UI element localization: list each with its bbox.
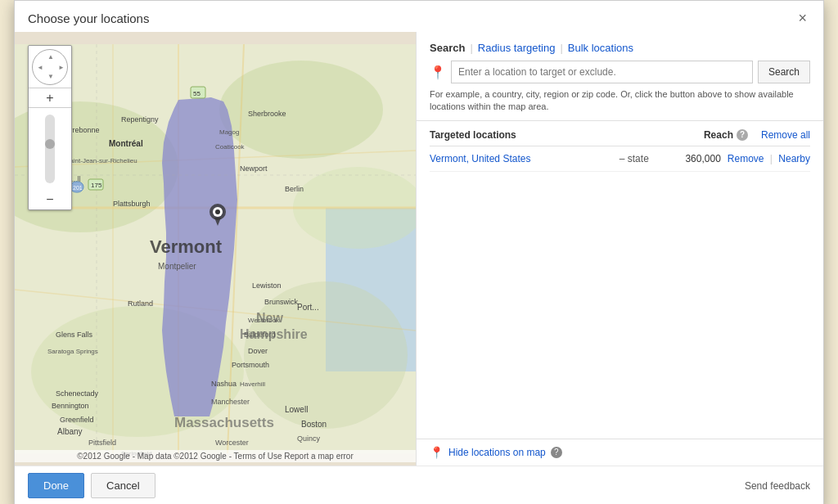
targeted-area: Targeted locations Reach ? Remove all Ve…	[417, 121, 823, 439]
targeted-header: Targeted locations Reach ? Remove all	[430, 121, 810, 146]
tab-sep-1: |	[470, 42, 472, 54]
tab-sep-2: |	[560, 42, 562, 54]
tab-bulk[interactable]: Bulk locations	[568, 42, 633, 54]
dialog-footer: Done Cancel Send feedback	[15, 466, 823, 504]
svg-text:Pittsfield: Pittsfield	[88, 439, 116, 447]
svg-text:Montréal: Montréal	[109, 139, 143, 148]
svg-text:Port...: Port...	[297, 303, 319, 312]
svg-text:►: ►	[58, 64, 65, 71]
svg-text:Magog: Magog	[219, 128, 239, 136]
hide-locations-control[interactable]: 📍 Hide locations on map ?	[430, 446, 562, 459]
svg-text:Lewiston: Lewiston	[252, 281, 282, 290]
svg-text:Sherbrooke: Sherbrooke	[248, 110, 286, 118]
location-search-input[interactable]	[451, 61, 753, 83]
dialog-title: Choose your locations	[28, 11, 149, 25]
svg-text:Schenectady: Schenectady	[56, 389, 99, 398]
tab-radius[interactable]: Radius targeting	[478, 42, 556, 54]
search-row: 📍 Search	[430, 61, 810, 83]
svg-text:Newport: Newport	[240, 164, 268, 173]
svg-text:Repentigny: Repentigny	[121, 115, 159, 124]
svg-text:Hampshire: Hampshire	[240, 327, 308, 341]
pin-icon: 📍	[430, 446, 444, 459]
zoom-controls: + −	[29, 88, 71, 209]
dialog-header: Choose your locations ×	[15, 1, 823, 32]
choose-locations-dialog: Choose your locations ×	[14, 0, 824, 504]
location-name-link[interactable]: Vermont, United States	[430, 153, 613, 164]
compass-ring: ▲ ▼ ◄ ►	[32, 49, 68, 85]
remove-all-link[interactable]: Remove all	[761, 129, 810, 141]
svg-text:Massachusetts: Massachusetts	[174, 415, 274, 430]
svg-text:Dover: Dover	[248, 347, 268, 355]
svg-text:▼: ▼	[47, 73, 54, 80]
location-pin-icon: 📍	[430, 65, 446, 80]
svg-text:Quincy: Quincy	[297, 434, 321, 443]
hide-help-icon[interactable]: ?	[551, 447, 562, 458]
tab-search[interactable]: Search	[430, 42, 465, 54]
svg-text:55: 55	[193, 90, 200, 97]
svg-text:Manchester: Manchester	[211, 398, 250, 406]
svg-text:Glens Falls: Glens Falls	[56, 331, 93, 339]
reach-column: Reach ?	[704, 129, 748, 141]
svg-text:Plattsburgh: Plattsburgh	[113, 200, 151, 208]
svg-text:Coaticook: Coaticook	[215, 143, 246, 151]
cancel-button[interactable]: Cancel	[91, 473, 155, 498]
svg-text:Bennington: Bennington	[52, 402, 89, 410]
svg-text:Albany: Albany	[57, 427, 83, 436]
location-type: – state	[619, 153, 649, 164]
close-button[interactable]: ×	[795, 11, 810, 25]
tabs-area: Search | Radius targeting | Bulk locatio…	[417, 32, 823, 121]
zoom-out-button[interactable]: −	[29, 190, 71, 209]
action-separator: |	[770, 153, 773, 164]
reach-help-icon[interactable]: ?	[737, 129, 748, 141]
svg-text:Greenfield: Greenfield	[60, 416, 94, 424]
svg-point-31	[215, 209, 220, 214]
map-attribution: ©2012 Google - Map data ©2012 Google - T…	[15, 450, 416, 462]
svg-text:Brunswick: Brunswick	[264, 298, 299, 306]
right-panel: Search | Radius targeting | Bulk locatio…	[416, 32, 823, 466]
svg-text:Rutland: Rutland	[128, 299, 153, 308]
map-panel: Repentigny Terrebonne Montréal Saint-Jea…	[15, 32, 416, 466]
svg-text:Haverhill: Haverhill	[240, 380, 265, 388]
svg-text:Milford: Milford	[142, 464, 161, 466]
svg-text:Berlin: Berlin	[285, 185, 304, 193]
bottom-bar: 📍 Hide locations on map ?	[417, 439, 823, 466]
zoom-slider[interactable]	[45, 115, 55, 183]
search-button[interactable]: Search	[758, 61, 810, 83]
dialog-body: Repentigny Terrebonne Montréal Saint-Jea…	[15, 32, 823, 466]
svg-text:▲: ▲	[47, 53, 54, 61]
svg-text:Saratoga Springs: Saratoga Springs	[47, 348, 98, 355]
svg-text:201: 201	[73, 185, 83, 191]
map-svg: Repentigny Terrebonne Montréal Saint-Jea…	[15, 32, 416, 466]
table-row: Vermont, United States – state 360,000 R…	[430, 146, 810, 172]
svg-text:Boston: Boston	[301, 420, 327, 429]
location-reach: 360,000	[656, 153, 721, 164]
location-actions: Remove | Nearby	[728, 153, 810, 164]
svg-text:Worcester: Worcester	[215, 439, 249, 447]
done-button[interactable]: Done	[28, 473, 84, 498]
svg-text:Nashua: Nashua	[211, 380, 237, 388]
map-controls: ▲ ▼ ◄ ► + −	[28, 45, 72, 210]
svg-text:Portsmouth: Portsmouth	[232, 361, 269, 369]
compass-control[interactable]: ▲ ▼ ◄ ►	[29, 46, 71, 88]
targeted-title: Targeted locations	[430, 129, 516, 141]
svg-text:Saint-Jean-sur-Richelieu: Saint-Jean-sur-Richelieu	[65, 157, 137, 164]
zoom-in-button[interactable]: +	[29, 88, 71, 108]
search-hint: For example, a country, city, region or …	[430, 88, 810, 114]
send-feedback-link[interactable]: Send feedback	[745, 480, 810, 492]
svg-text:Lowell: Lowell	[285, 405, 308, 414]
zoom-slider-thumb	[45, 139, 55, 149]
nearby-link[interactable]: Nearby	[778, 153, 810, 164]
tabs-row: Search | Radius targeting | Bulk locatio…	[430, 42, 810, 54]
svg-text:Vermont: Vermont	[150, 236, 223, 257]
remove-link[interactable]: Remove	[728, 153, 764, 164]
svg-text:175: 175	[91, 182, 102, 189]
svg-text:◄: ◄	[37, 64, 43, 71]
footer-buttons: Done Cancel	[28, 473, 155, 498]
svg-text:New: New	[256, 311, 283, 325]
svg-text:Montpelier: Montpelier	[158, 262, 196, 271]
